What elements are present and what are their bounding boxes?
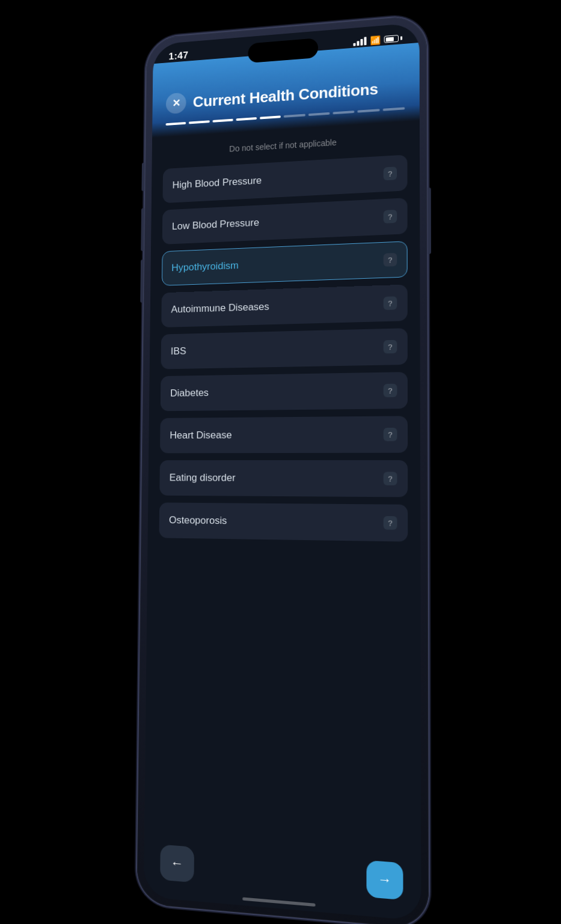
info-badge-ibs[interactable]: ? — [383, 340, 397, 354]
condition-label-low-bp: Low Blood Pressure — [171, 217, 259, 233]
subtitle-text: Do not select if not applicable — [163, 133, 407, 158]
back-button[interactable]: ← — [160, 845, 194, 883]
progress-seg-7 — [308, 112, 330, 116]
signal-icon — [353, 37, 366, 46]
progress-seg-2 — [189, 120, 209, 124]
header-top: ✕ Current Health Conditions — [165, 76, 404, 114]
conditions-list: Do not select if not applicable High Blo… — [143, 121, 420, 921]
progress-seg-4 — [236, 117, 257, 121]
battery-icon — [384, 34, 402, 43]
wifi-icon: 📶 — [370, 35, 380, 45]
phone-frame: 1:47 📶 ✕ Cur — [136, 15, 429, 924]
forward-button[interactable]: → — [366, 860, 403, 900]
status-time: 1:47 — [168, 50, 188, 62]
power-button[interactable] — [428, 187, 431, 254]
app-icon: ✕ — [165, 93, 186, 114]
mute-button[interactable] — [141, 163, 144, 192]
info-badge-diabetes[interactable]: ? — [383, 384, 397, 398]
condition-label-autoimmune: Autoimmune Diseases — [171, 301, 269, 315]
condition-label-high-bp: High Blood Pressure — [172, 175, 262, 191]
condition-card-low-bp[interactable]: Low Blood Pressure? — [162, 198, 407, 245]
info-badge-low-bp[interactable]: ? — [383, 210, 396, 223]
condition-card-autoimmune[interactable]: Autoimmune Diseases? — [161, 285, 408, 328]
progress-seg-9 — [357, 109, 379, 112]
progress-seg-3 — [212, 119, 233, 123]
condition-card-eating-disorder[interactable]: Eating disorder? — [159, 460, 408, 497]
info-badge-eating-disorder[interactable]: ? — [383, 472, 397, 485]
info-badge-autoimmune[interactable]: ? — [383, 296, 397, 310]
condition-label-heart-disease: Heart Disease — [170, 430, 231, 442]
condition-label-ibs: IBS — [170, 345, 186, 357]
phone-screen: 1:47 📶 ✕ Cur — [143, 22, 420, 920]
condition-card-ibs[interactable]: IBS? — [161, 328, 407, 369]
progress-seg-1 — [165, 122, 186, 126]
condition-label-diabetes: Diabetes — [170, 387, 209, 399]
condition-card-hypothyroidism[interactable]: Hypothyroidism? — [162, 241, 408, 286]
condition-card-heart-disease[interactable]: Heart Disease? — [160, 416, 408, 453]
conditions-container: High Blood Pressure?Low Blood Pressure?H… — [159, 154, 408, 541]
condition-card-osteoporosis[interactable]: Osteoporosis? — [159, 502, 408, 541]
progress-seg-10 — [382, 107, 405, 111]
progress-seg-8 — [333, 111, 354, 114]
volume-down-button[interactable] — [140, 260, 143, 303]
condition-label-eating-disorder: Eating disorder — [169, 472, 235, 484]
info-badge-heart-disease[interactable]: ? — [383, 428, 397, 442]
progress-seg-5 — [260, 115, 281, 119]
info-badge-high-bp[interactable]: ? — [383, 166, 396, 180]
page-title: Current Health Conditions — [192, 80, 378, 111]
condition-label-osteoporosis: Osteoporosis — [168, 514, 226, 527]
volume-up-button[interactable] — [141, 208, 144, 251]
info-badge-hypothyroidism[interactable]: ? — [383, 253, 397, 267]
condition-card-diabetes[interactable]: Diabetes? — [160, 372, 407, 411]
condition-label-hypothyroidism: Hypothyroidism — [171, 260, 239, 274]
progress-seg-6 — [284, 114, 305, 118]
info-badge-osteoporosis[interactable]: ? — [383, 516, 397, 530]
condition-card-high-bp[interactable]: High Blood Pressure? — [162, 154, 407, 203]
